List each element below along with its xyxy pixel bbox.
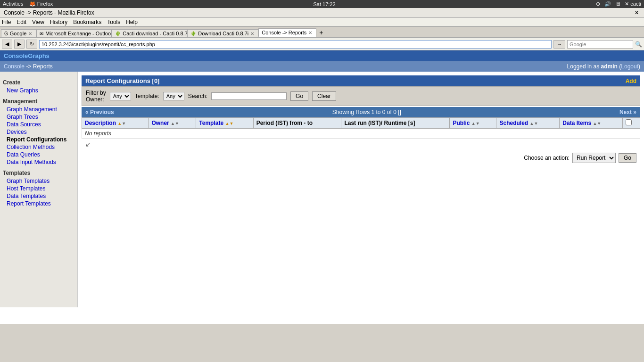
browser-titlebar: Activities 🦊 Firefox Sat 17:22 ⊕ 🔊 🖥 ✕ c… <box>0 0 644 8</box>
sort-public-link[interactable]: Public <box>453 120 470 126</box>
sort-dataitems-link[interactable]: Data Items <box>562 120 591 126</box>
url-bar[interactable] <box>39 40 552 49</box>
logged-in-user: admin <box>601 63 618 70</box>
col-owner: Owner ▲▼ <box>149 118 196 129</box>
sidebar-item-host-templates[interactable]: Host Templates <box>3 185 74 192</box>
tab-cacti-dl[interactable]: 🌵 Cacti download - Cacti 0.8.7i ✕ <box>112 29 187 37</box>
search-label: Search: <box>188 93 207 99</box>
tab-cacti-dl2[interactable]: 🌵 Download Cacti 0.8.7i ✕ <box>187 29 258 37</box>
sort-description-link[interactable]: Description <box>85 120 116 126</box>
tab-label: Google <box>10 31 26 36</box>
tab-label: Download Cacti 0.8.7i <box>198 31 248 36</box>
breadcrumb: Console -> Reports <box>4 63 53 70</box>
breadcrumb-current: Reports <box>33 63 53 70</box>
sort-arrows-description: ▲▼ <box>117 121 126 126</box>
filter-bar: Filter byOwner: Any Template: Any Search… <box>82 86 640 106</box>
menu-tools[interactable]: Tools <box>107 19 120 25</box>
tab-google[interactable]: G Google ✕ <box>1 29 36 37</box>
sidebar-item-data-input-methods[interactable]: Data Input Methods <box>3 158 74 166</box>
tab-close-btn[interactable]: ✕ <box>28 31 32 36</box>
menu-bookmarks[interactable]: Bookmarks <box>73 19 101 25</box>
sidebar-item-graph-templates[interactable]: Graph Templates <box>3 177 74 185</box>
tab-new-btn[interactable]: + <box>316 28 326 37</box>
titlebar-left: Activities 🦊 Firefox <box>3 1 53 7</box>
console-breadcrumb-link[interactable]: Console <box>4 63 25 70</box>
sort-owner-link[interactable]: Owner <box>151 120 169 126</box>
next-page-link[interactable]: Next » <box>619 109 636 115</box>
report-config-title: Report Configurations [0] <box>85 77 159 84</box>
template-select[interactable]: Any <box>163 92 184 100</box>
titlebar-clock: Sat 17:22 <box>314 1 336 7</box>
clear-button[interactable]: Clear <box>312 91 336 101</box>
sort-arrows-template: ▲▼ <box>225 121 233 126</box>
action-bar: Choose an action: Run Report Go <box>82 150 640 166</box>
sort-scheduled-link[interactable]: Scheduled <box>499 120 528 126</box>
console-link[interactable]: Console <box>4 52 28 59</box>
action-go-button[interactable]: Go <box>619 153 636 163</box>
menu-file[interactable]: File <box>2 19 11 25</box>
owner-select[interactable]: Any <box>110 92 131 100</box>
templates-section-label: Templates <box>3 170 74 176</box>
no-records-row: No reports <box>82 129 640 139</box>
pagination-info: Showing Rows 1 to 0 of 0 [] <box>332 109 401 115</box>
tab-favicon: ✉ <box>40 31 43 36</box>
window-close-btn[interactable]: × <box>633 9 640 16</box>
go-button[interactable]: Go <box>290 91 308 101</box>
sidebar: Create New Graphs Management Graph Manag… <box>0 72 78 307</box>
select-all-checkbox[interactable] <box>626 119 632 125</box>
menu-history[interactable]: History <box>50 19 67 25</box>
reload-btn[interactable]: ↻ <box>26 40 37 49</box>
tab-outlook[interactable]: ✉ Microsoft Exchange - Outloo... ✕ <box>36 29 112 37</box>
logged-in-label: Logged in as <box>567 63 600 70</box>
tab-close-btn[interactable]: ✕ <box>250 31 254 36</box>
menu-view[interactable]: View <box>32 19 44 25</box>
sidebar-item-data-templates[interactable]: Data Templates <box>3 192 74 200</box>
sort-template-link[interactable]: Template <box>199 120 223 126</box>
sidebar-item-graph-trees[interactable]: Graph Trees <box>3 113 74 121</box>
tab-label: Cacti download - Cacti 0.8.7i <box>123 31 187 36</box>
report-table: Description ▲▼ Owner ▲▼ Template ▲▼ Peri… <box>82 117 640 139</box>
tab-console[interactable]: Console -> Reports ✕ <box>258 28 316 37</box>
col-template: Template ▲▼ <box>196 118 253 129</box>
breadcrumb-arrow: -> <box>26 63 33 70</box>
tab-label: Console -> Reports <box>262 30 306 35</box>
sidebar-item-graph-management[interactable]: Graph Management <box>3 106 74 113</box>
login-info: Logged in as admin (Logout) <box>567 63 640 70</box>
sidebar-item-report-configurations[interactable]: Report Configurations <box>3 136 74 143</box>
back-btn[interactable]: ◀ <box>2 40 12 49</box>
template-label: Template: <box>135 93 159 99</box>
tab-label: Microsoft Exchange - Outloo... <box>45 31 112 36</box>
titlebar-right: ⊕ 🔊 🖥 ✕ cacti <box>596 1 641 7</box>
breadcrumb-bar: Console -> Reports Logged in as admin (L… <box>0 61 644 72</box>
search-icon: 🔍 <box>635 41 642 48</box>
add-report-link[interactable]: Add <box>626 78 636 84</box>
prev-page-link[interactable]: « Previous <box>85 109 114 115</box>
sort-arrows-scheduled: ▲▼ <box>530 121 538 126</box>
tab-close-btn[interactable]: ✕ <box>308 30 312 35</box>
logout-link[interactable]: Logout <box>621 63 638 70</box>
report-config-header: Report Configurations [0] Add <box>82 75 640 86</box>
sidebar-item-collection-methods[interactable]: Collection Methods <box>3 143 74 151</box>
arrow-indicator: ↙ <box>82 139 640 150</box>
window-title: Console -> Reports - Mozilla Firefox <box>4 9 94 16</box>
management-section-label: Management <box>3 98 74 105</box>
search-bar[interactable] <box>567 40 633 49</box>
sidebar-item-report-templates[interactable]: Report Templates <box>3 200 74 207</box>
search-input[interactable] <box>211 92 287 100</box>
browser-navbar: ◀ ▶ ↻ → 🔍 <box>0 38 644 50</box>
sidebar-item-devices[interactable]: Devices <box>3 128 74 136</box>
browser-menubar: File Edit View History Bookmarks Tools H… <box>0 18 644 27</box>
action-select[interactable]: Run Report <box>572 153 616 163</box>
sidebar-item-data-sources[interactable]: Data Sources <box>3 121 74 128</box>
menu-help[interactable]: Help <box>126 19 138 25</box>
sidebar-item-data-queries[interactable]: Data Queries <box>3 151 74 158</box>
col-period: Period (IST) from - to <box>253 118 341 129</box>
forward-btn[interactable]: ▶ <box>14 40 25 49</box>
col-dataitems: Data Items ▲▼ <box>560 118 623 129</box>
menu-edit[interactable]: Edit <box>17 19 26 25</box>
site-header: ConsoleGraphs <box>0 50 644 61</box>
sidebar-item-new-graphs[interactable]: New Graphs <box>3 87 74 94</box>
graphs-link[interactable]: Graphs <box>28 52 50 59</box>
col-checkbox-header <box>623 118 640 129</box>
nav-go-btn[interactable]: → <box>553 40 565 49</box>
